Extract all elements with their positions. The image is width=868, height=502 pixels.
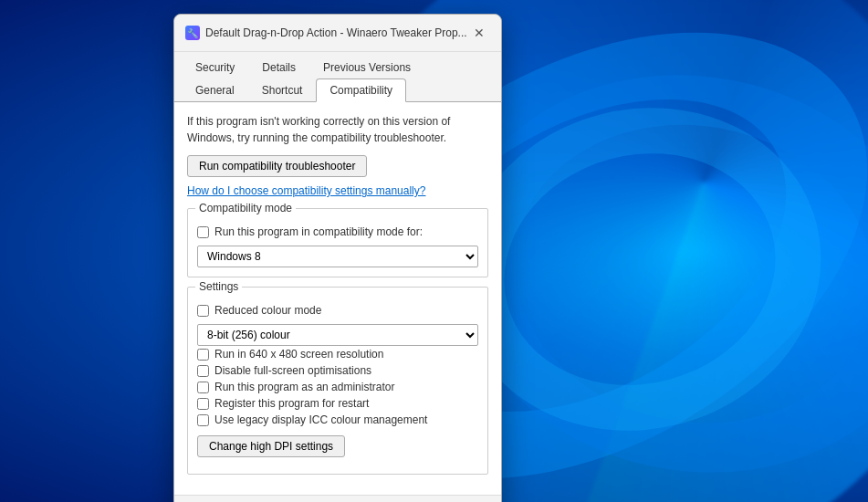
tabs-row-2: General Shortcut Compatibility	[182, 78, 494, 101]
reduced-colour-checkbox[interactable]	[197, 305, 209, 317]
windows-version-dropdown[interactable]: Windows 8 Windows 7 Windows Vista (SP2) …	[197, 246, 478, 267]
tab-content: If this program isn't working correctly …	[174, 101, 501, 495]
run-as-admin-row: Run this program as an administrator	[197, 381, 478, 393]
intro-text: If this program isn't working correctly …	[187, 113, 488, 146]
tabs-container: Security Details Previous Versions Gener…	[174, 52, 501, 101]
tab-compatibility[interactable]: Compatibility	[316, 78, 406, 102]
reduced-colour-label[interactable]: Reduced colour mode	[214, 304, 321, 317]
dialog-title: Default Drag-n-Drop Action - Winaero Twe…	[205, 26, 467, 39]
bottom-bar: 🛡️ Change settings for all users	[174, 495, 501, 502]
tab-security[interactable]: Security	[182, 56, 248, 78]
legacy-icc-label[interactable]: Use legacy display ICC colour management	[214, 413, 427, 426]
tab-shortcut[interactable]: Shortcut	[248, 78, 317, 101]
run-as-admin-label[interactable]: Run this program as an administrator	[214, 381, 394, 393]
colour-depth-dropdown[interactable]: 8-bit (256) colour 16-bit colour	[197, 324, 478, 346]
compat-mode-checkbox-row: Run this program in compatibility mode f…	[197, 225, 478, 238]
title-bar-left: 🔧 Default Drag-n-Drop Action - Winaero T…	[185, 26, 467, 40]
change-dpi-button[interactable]: Change high DPI settings	[197, 435, 345, 457]
title-bar: 🔧 Default Drag-n-Drop Action - Winaero T…	[174, 15, 501, 52]
properties-dialog: 🔧 Default Drag-n-Drop Action - Winaero T…	[173, 14, 502, 502]
register-restart-row: Register this program for restart	[197, 397, 478, 410]
legacy-icc-row: Use legacy display ICC colour management	[197, 413, 478, 426]
tab-previous-versions[interactable]: Previous Versions	[309, 56, 424, 78]
help-link[interactable]: How do I choose compatibility settings m…	[187, 184, 488, 197]
tab-general[interactable]: General	[182, 78, 248, 101]
reduced-colour-row: Reduced colour mode	[197, 304, 478, 317]
legacy-icc-checkbox[interactable]	[197, 414, 209, 426]
disable-fullscreen-row: Disable full-screen optimisations	[197, 364, 478, 377]
resolution-label[interactable]: Run in 640 x 480 screen resolution	[214, 348, 383, 361]
compatibility-mode-title: Compatibility mode	[195, 202, 296, 214]
app-icon: 🔧	[185, 26, 200, 40]
tab-details[interactable]: Details	[248, 56, 309, 78]
compatibility-mode-section: Compatibility mode Run this program in c…	[187, 208, 488, 277]
compat-mode-checkbox[interactable]	[197, 226, 209, 238]
settings-title: Settings	[195, 280, 242, 293]
settings-section: Settings Reduced colour mode 8-bit (256)…	[187, 287, 488, 475]
close-button[interactable]: ✕	[468, 22, 490, 44]
disable-fullscreen-checkbox[interactable]	[197, 365, 209, 377]
register-restart-label[interactable]: Register this program for restart	[214, 397, 369, 410]
compat-mode-label[interactable]: Run this program in compatibility mode f…	[214, 225, 423, 238]
resolution-row: Run in 640 x 480 screen resolution	[197, 348, 478, 361]
tabs-row-1: Security Details Previous Versions	[182, 56, 494, 78]
run-troubleshooter-button[interactable]: Run compatibility troubleshooter	[187, 155, 367, 177]
register-restart-checkbox[interactable]	[197, 398, 209, 410]
disable-fullscreen-label[interactable]: Disable full-screen optimisations	[214, 364, 371, 377]
resolution-checkbox[interactable]	[197, 349, 209, 361]
run-as-admin-checkbox[interactable]	[197, 382, 209, 393]
